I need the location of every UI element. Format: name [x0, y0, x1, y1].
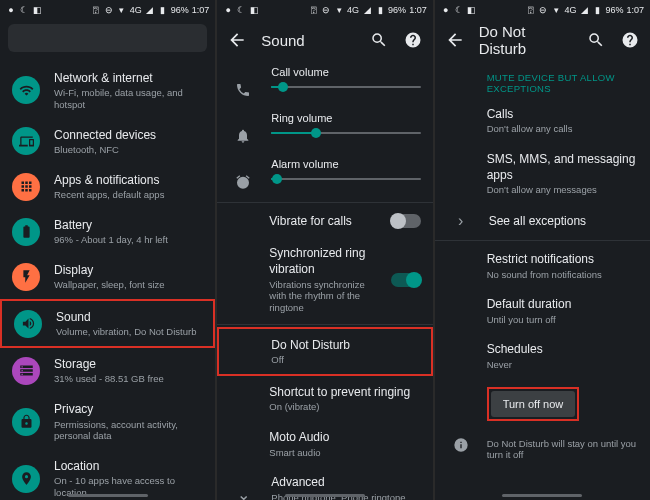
- duration-row[interactable]: Default durationUntil you turn off: [435, 288, 650, 333]
- wifi-status-icon: ▾: [117, 5, 127, 15]
- settings-row-display[interactable]: DisplayWallpaper, sleep, font size: [0, 254, 215, 299]
- sync-toggle[interactable]: [391, 273, 421, 287]
- turn-off-now-button[interactable]: Turn off now: [491, 391, 576, 417]
- row-subtitle: 96% - About 1 day, 4 hr left: [54, 234, 203, 246]
- row-title: Storage: [54, 356, 203, 372]
- moto-row[interactable]: Moto AudioSmart audio: [217, 421, 432, 466]
- back-button[interactable]: [445, 30, 465, 50]
- moon-icon: ☾: [454, 5, 464, 15]
- status-bar: ● ☾ ◧ ⍰ ⊖ ▾ 4G ◢ ▮ 96% 1:07: [0, 0, 215, 20]
- slider-track[interactable]: [271, 86, 420, 88]
- sound-panel: ● ☾ ◧ ⍰ ⊖ ▾ 4G ◢ ▮ 96% 1:07 Sound Call v…: [217, 0, 432, 500]
- row-subtitle: Volume, vibration, Do Not Disturb: [56, 326, 201, 338]
- row-subtitle: Don't allow any messages: [487, 184, 638, 196]
- dnd-row[interactable]: Do Not DisturbOff: [217, 327, 432, 376]
- sound-list: Call volumeRing volumeAlarm volumeVibrat…: [217, 60, 432, 500]
- shortcut-row[interactable]: Shortcut to prevent ringingOn (vibrate): [217, 376, 432, 421]
- moon-icon: ☾: [19, 5, 29, 15]
- settings-row-wifi[interactable]: Network & internetWi-Fi, mobile, data us…: [0, 62, 215, 119]
- restrict-row[interactable]: Restrict notificationsNo sound from noti…: [435, 243, 650, 288]
- row-subtitle: Wallpaper, sleep, font size: [54, 279, 203, 291]
- battery-percent: 96%: [605, 5, 623, 15]
- row-title: SMS, MMS, and messaging apps: [487, 151, 638, 183]
- slider-call-volume[interactable]: Call volume: [217, 62, 432, 108]
- calls-row[interactable]: CallsDon't allow any calls: [435, 98, 650, 143]
- search-icon[interactable]: [369, 30, 389, 50]
- settings-row-location[interactable]: LocationOn - 10 apps have access to loca…: [0, 450, 215, 500]
- row-subtitle: On (vibrate): [269, 401, 420, 413]
- row-subtitle: Vibrations synchronize with the rhythm o…: [269, 279, 376, 315]
- volume-type-icon: [229, 66, 257, 98]
- vibrate-row[interactable]: Vibrate for calls: [217, 205, 432, 237]
- location-icon: [12, 465, 40, 493]
- display-icon: [12, 263, 40, 291]
- row-subtitle: Wi-Fi, mobile, data usage, and hotspot: [54, 87, 203, 111]
- vibrate-toggle[interactable]: [391, 214, 421, 228]
- wifi-status-icon: ▾: [551, 5, 561, 15]
- settings-row-battery[interactable]: Battery96% - About 1 day, 4 hr left: [0, 209, 215, 254]
- home-indicator[interactable]: [68, 494, 148, 497]
- row-title: See all exceptions: [489, 213, 638, 229]
- see-all-row[interactable]: › See all exceptions: [435, 204, 650, 238]
- storage-icon: [12, 357, 40, 385]
- page-title: Do Not Disturb: [479, 23, 572, 57]
- moon-icon: ☾: [236, 5, 246, 15]
- dnd-status-icon: ⊖: [104, 5, 114, 15]
- cast-icon: ◧: [32, 5, 42, 15]
- row-title: Advanced: [271, 474, 420, 490]
- sound-icon: [14, 310, 42, 338]
- divider: [217, 202, 432, 203]
- chevron-right-icon: ›: [447, 212, 475, 230]
- sms-row[interactable]: SMS, MMS, and messaging appsDon't allow …: [435, 143, 650, 204]
- row-subtitle: Never: [487, 359, 638, 371]
- settings-row-devices[interactable]: Connected devicesBluetooth, NFC: [0, 119, 215, 164]
- clock: 1:07: [626, 5, 644, 15]
- row-title: Apps & notifications: [54, 172, 203, 188]
- row-title: Battery: [54, 217, 203, 233]
- app-bar: Do Not Disturb: [435, 20, 650, 60]
- slider-ring-volume[interactable]: Ring volume: [217, 108, 432, 154]
- row-title: Synchronized ring vibration: [269, 245, 376, 277]
- battery-icon: ▮: [592, 5, 602, 15]
- schedules-row[interactable]: SchedulesNever: [435, 333, 650, 378]
- section-header: MUTE DEVICE BUT ALLOW EXCEPTIONS: [435, 62, 650, 98]
- app-bar: Sound: [217, 20, 432, 60]
- info-row: Do Not Disturb will stay on until you tu…: [435, 429, 650, 470]
- network-type: 4G: [564, 5, 576, 15]
- sync-row[interactable]: Synchronized ring vibrationVibrations sy…: [217, 237, 432, 322]
- clock: 1:07: [192, 5, 210, 15]
- chevron-down-icon: ⌄: [229, 485, 257, 500]
- settings-row-sound[interactable]: SoundVolume, vibration, Do Not Disturb: [0, 299, 215, 348]
- nfc-icon: ⍰: [308, 5, 318, 15]
- home-indicator[interactable]: [502, 494, 582, 497]
- row-title: Calls: [487, 106, 638, 122]
- back-button[interactable]: [227, 30, 247, 50]
- slider-track[interactable]: [271, 178, 420, 180]
- row-title: Sound: [56, 309, 201, 325]
- slider-track[interactable]: [271, 132, 420, 134]
- slider-alarm-volume[interactable]: Alarm volume: [217, 154, 432, 200]
- status-bar: ● ☾ ◧ ⍰ ⊖ ▾ 4G ◢ ▮ 96% 1:07: [435, 0, 650, 20]
- settings-row-apps[interactable]: Apps & notificationsRecent apps, default…: [0, 164, 215, 209]
- settings-root-panel: ● ☾ ◧ ⍰ ⊖ ▾ 4G ◢ ▮ 96% 1:07 Network & in…: [0, 0, 215, 500]
- search-icon[interactable]: [586, 30, 606, 50]
- nfc-icon: ⍰: [91, 5, 101, 15]
- spotify-icon: ●: [223, 5, 233, 15]
- dnd-list: MUTE DEVICE BUT ALLOW EXCEPTIONS CallsDo…: [435, 60, 650, 500]
- apps-icon: [12, 173, 40, 201]
- settings-search-input[interactable]: [8, 24, 207, 52]
- info-icon: [447, 437, 475, 453]
- row-title: Moto Audio: [269, 429, 420, 445]
- help-icon[interactable]: [403, 30, 423, 50]
- row-subtitle: No sound from notifications: [487, 269, 638, 281]
- settings-row-privacy[interactable]: PrivacyPermissions, account activity, pe…: [0, 393, 215, 450]
- help-icon[interactable]: [620, 30, 640, 50]
- row-subtitle: Bluetooth, NFC: [54, 144, 203, 156]
- slider-label: Alarm volume: [271, 158, 420, 170]
- dnd-panel: ● ☾ ◧ ⍰ ⊖ ▾ 4G ◢ ▮ 96% 1:07 Do Not Distu…: [435, 0, 650, 500]
- home-indicator[interactable]: [285, 494, 365, 497]
- row-title: Privacy: [54, 401, 203, 417]
- row-title: Restrict notifications: [487, 251, 638, 267]
- spotify-icon: ●: [6, 5, 16, 15]
- settings-row-storage[interactable]: Storage31% used - 88.51 GB free: [0, 348, 215, 393]
